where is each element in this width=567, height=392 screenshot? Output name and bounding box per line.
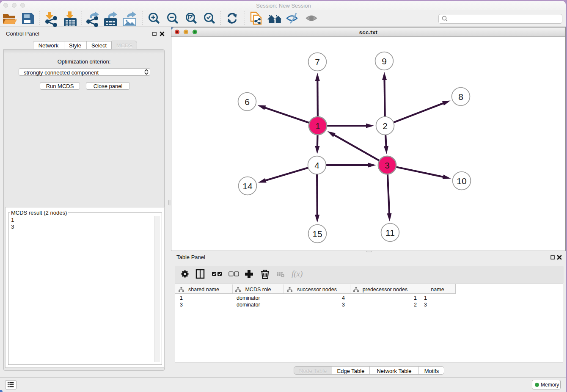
svg-text:9: 9 <box>382 56 387 66</box>
svg-text:1: 1 <box>315 121 320 131</box>
svg-text:14: 14 <box>242 181 253 191</box>
svg-text:15: 15 <box>312 229 322 239</box>
svg-text:2: 2 <box>383 121 388 131</box>
svg-text:7: 7 <box>315 57 320 67</box>
svg-text:4: 4 <box>314 160 319 170</box>
svg-text:10: 10 <box>457 176 466 186</box>
svg-text:11: 11 <box>385 228 395 237</box>
svg-text:8: 8 <box>458 92 463 102</box>
svg-text:3: 3 <box>385 160 390 170</box>
svg-text:6: 6 <box>245 97 250 107</box>
